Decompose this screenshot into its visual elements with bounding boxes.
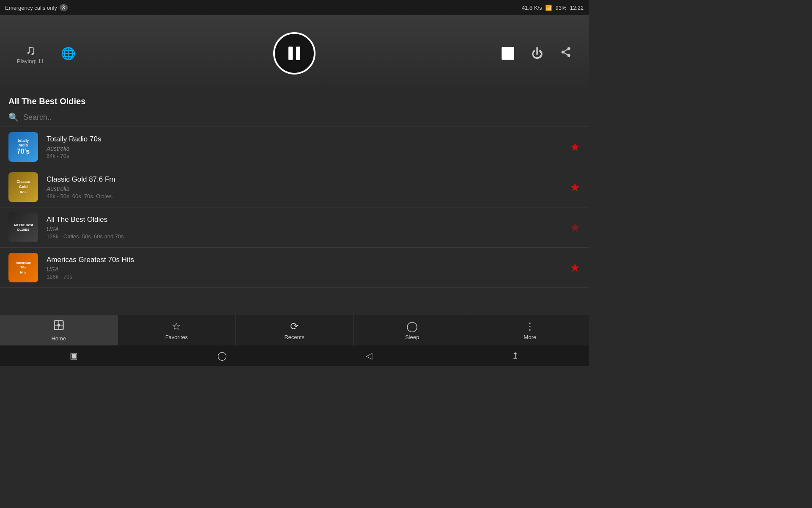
bottom-nav: Home ☆ Favorites ⟳ Recents ◯ Sleep ⋮ Mor… (0, 315, 589, 345)
android-square-btn[interactable]: ▣ (70, 351, 78, 361)
station-name: All The Best Oldies (47, 215, 565, 224)
data-speed: 41.8 K/s (522, 5, 542, 11)
station-item[interactable]: Americas70sHits Americas Greatest 70s Hi… (0, 248, 589, 288)
nav-more[interactable]: ⋮ More (471, 315, 589, 345)
android-back-btn[interactable]: ◁ (366, 351, 372, 361)
share-icon[interactable] (560, 46, 572, 61)
search-icon: 🔍 (8, 112, 19, 122)
emergency-text: Emergency calls only (5, 5, 57, 11)
battery-text: 93% (555, 5, 566, 11)
search-bar: 🔍 (0, 110, 589, 127)
nav-sleep-label: Sleep (405, 334, 419, 340)
nav-home-label: Home (51, 335, 66, 342)
station-country: USA (47, 266, 565, 273)
station-country: Australia (47, 145, 565, 152)
svg-line-4 (564, 49, 568, 51)
svg-point-0 (568, 47, 571, 50)
player-right: ⏻ (502, 46, 572, 61)
svg-line-3 (564, 52, 568, 55)
nav-favorites[interactable]: ☆ Favorites (118, 315, 236, 345)
nav-favorites-label: Favorites (165, 334, 188, 340)
station-meta: 48k - 50s. 60s. 70s. Oldies. (47, 193, 565, 199)
home-icon (53, 319, 65, 334)
search-input[interactable] (23, 113, 580, 122)
player-bar: ♫ Playing: 11 🌐 ⏻ (0, 15, 589, 91)
playing-label: Playing: 11 (17, 58, 44, 64)
nav-more-label: More (524, 334, 536, 340)
sleep-icon: ◯ (406, 320, 418, 332)
pause-button[interactable] (273, 32, 315, 75)
nav-sleep[interactable]: ◯ Sleep (354, 315, 472, 345)
station-name: Americas Greatest 70s Hits (47, 256, 565, 264)
player-left: ♫ Playing: 11 🌐 (17, 42, 76, 64)
page-title: All The Best Oldies (0, 91, 589, 110)
player-center (273, 32, 315, 75)
station-logo: totallyradio 70's (8, 132, 38, 162)
android-nav: ▣ ◯ ◁ ↥ (0, 345, 589, 366)
android-download-btn[interactable]: ↥ (512, 351, 519, 361)
station-info: All The Best Oldies USA 128k - Oldies. 5… (47, 215, 565, 240)
station-name: Classic Gold 87.6 Fm (47, 175, 565, 184)
power-icon[interactable]: ⏻ (531, 47, 543, 61)
android-home-btn[interactable]: ◯ (217, 351, 227, 361)
status-left: Emergency calls only 3 (5, 4, 68, 11)
globe-icon: 🌐 (61, 47, 76, 61)
station-item[interactable]: totallyradio 70's Totally Radio 70s Aust… (0, 127, 589, 167)
nav-recents-label: Recents (284, 334, 304, 340)
favorite-button[interactable]: ★ (570, 221, 580, 235)
station-logo: Americas70sHits (8, 253, 38, 282)
station-meta: 128k - 70s (47, 273, 565, 280)
svg-point-2 (568, 54, 571, 57)
status-bar: Emergency calls only 3 41.8 K/s 📶 93% 12… (0, 0, 589, 15)
station-list: totallyradio 70's Totally Radio 70s Aust… (0, 127, 589, 330)
recents-icon: ⟳ (290, 320, 299, 332)
station-item[interactable]: ClassicGold87.6 Classic Gold 87.6 Fm Aus… (0, 167, 589, 207)
nav-home[interactable]: Home (0, 315, 118, 345)
clock: 12:22 (570, 5, 584, 11)
svg-point-1 (562, 50, 565, 53)
favorite-button[interactable]: ★ (570, 180, 580, 194)
nav-recents[interactable]: ⟳ Recents (236, 315, 354, 345)
station-logo: ClassicGold87.6 (8, 172, 38, 202)
station-meta: 128k - Oldies. 50s. 60s and 70s (47, 233, 565, 240)
status-right: 41.8 K/s 📶 93% 12:22 (522, 5, 584, 11)
favorite-button[interactable]: ★ (570, 261, 580, 275)
favorite-button[interactable]: ★ (570, 140, 580, 154)
pause-icon (288, 47, 300, 60)
bluetooth-icon: 📶 (545, 5, 552, 11)
notification-badge: 3 (60, 4, 68, 11)
music-icon: ♫ (25, 42, 36, 58)
station-info: Totally Radio 70s Australia 64k - 70s (47, 135, 565, 159)
station-item[interactable]: All The BestOLDIES All The Best Oldies U… (0, 207, 589, 248)
station-info: Americas Greatest 70s Hits USA 128k - 70… (47, 256, 565, 280)
station-info: Classic Gold 87.6 Fm Australia 48k - 50s… (47, 175, 565, 199)
station-meta: 64k - 70s (47, 153, 565, 159)
station-country: Australia (47, 185, 565, 192)
station-country: USA (47, 226, 565, 232)
stop-button[interactable] (502, 47, 514, 60)
station-name: Totally Radio 70s (47, 135, 565, 144)
favorites-icon: ☆ (172, 320, 181, 332)
more-icon: ⋮ (525, 320, 535, 332)
station-logo: All The BestOLDIES (8, 213, 38, 242)
